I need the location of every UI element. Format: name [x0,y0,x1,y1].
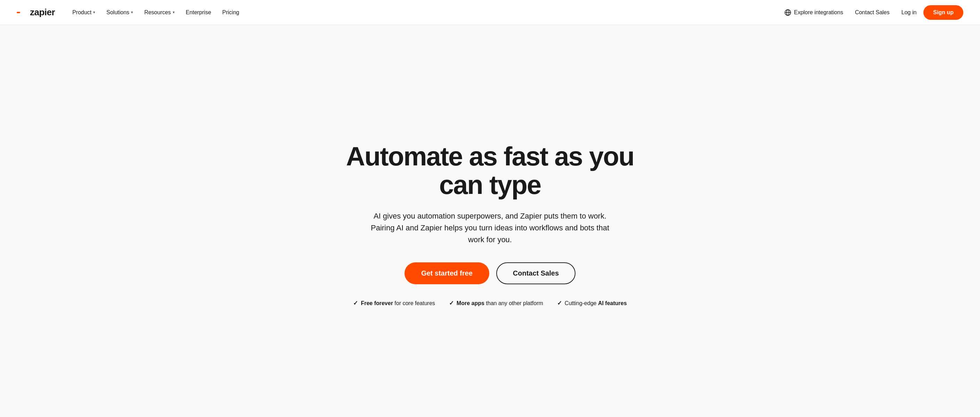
nav-login[interactable]: Log in [897,6,922,18]
nav-item-product[interactable]: Product ▾ [67,6,100,18]
chevron-down-icon: ▾ [131,10,133,14]
nav-item-enterprise[interactable]: Enterprise [181,6,216,18]
checkmark-icon: ✓ [353,299,358,307]
checkmark-icon: ✓ [557,299,562,307]
checkmark-icon: ✓ [449,299,454,307]
hero-trust-row: ✓ Free forever for core features ✓ More … [353,299,627,307]
logo-dash [17,12,20,13]
nav-contact-sales[interactable]: Contact Sales [850,6,894,18]
get-started-free-button[interactable]: Get started free [404,263,489,284]
hero-headline: Automate as fast as you can type [340,142,640,199]
logo-mark [17,7,28,18]
nav-primary-links: Product ▾ Solutions ▾ Resources ▾ Enterp… [67,6,780,18]
hero-subheadline: AI gives you automation superpowers, and… [368,210,612,246]
contact-sales-button[interactable]: Contact Sales [496,263,576,284]
nav-item-resources[interactable]: Resources ▾ [139,6,179,18]
nav-explore-integrations[interactable]: Explore integrations [780,6,848,19]
nav-item-solutions[interactable]: Solutions ▾ [102,6,138,18]
nav-item-pricing[interactable]: Pricing [218,6,244,18]
trust-item-apps: ✓ More apps than any other platform [449,299,543,307]
nav-secondary-links: Explore integrations Contact Sales Log i… [780,5,963,20]
chevron-down-icon: ▾ [93,10,95,14]
logo[interactable]: zapier [17,7,55,18]
hero-cta-row: Get started free Contact Sales [404,263,576,284]
navigation: zapier Product ▾ Solutions ▾ Resources ▾… [0,0,980,25]
trust-item-free: ✓ Free forever for core features [353,299,435,307]
chevron-down-icon: ▾ [173,10,175,14]
logo-text: zapier [30,7,55,18]
globe-icon [784,9,791,16]
trust-item-ai: ✓ Cutting-edge AI features [557,299,627,307]
hero-section: Automate as fast as you can type AI give… [0,25,980,417]
nav-signup-button[interactable]: Sign up [923,5,963,20]
